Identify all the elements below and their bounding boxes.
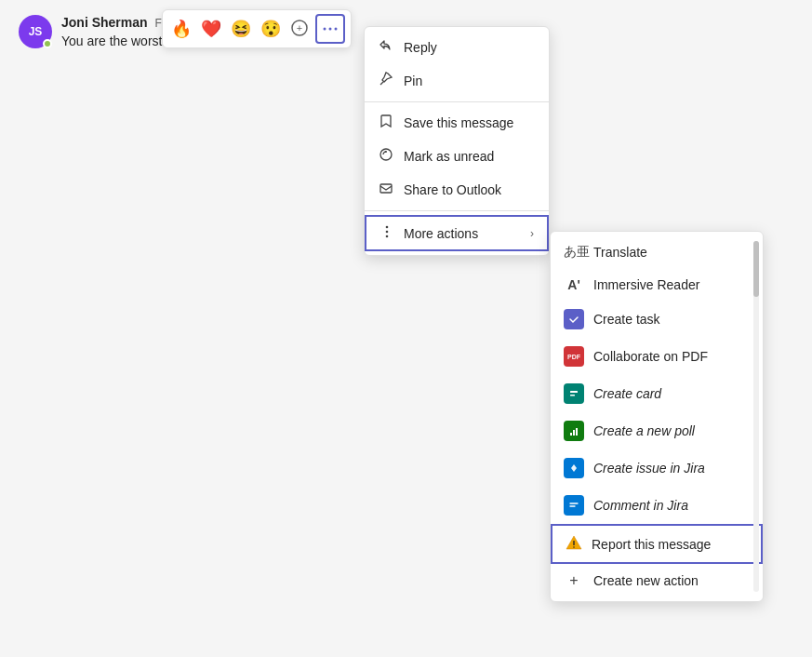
menu-item-outlook[interactable]: Share to Outlook — [365, 173, 549, 207]
more-actions-icon — [379, 224, 394, 242]
menu-divider-1 — [365, 101, 549, 102]
translate-label: Translate — [593, 245, 647, 260]
outlook-icon — [378, 181, 394, 199]
submenu-item-jira-comment[interactable]: Comment in Jira — [551, 487, 763, 524]
submenu-item-poll[interactable]: Create a new poll — [551, 412, 763, 449]
create-task-label: Create task — [593, 312, 660, 327]
menu-item-unread[interactable]: Mark as unread — [365, 140, 549, 173]
more-actions-chevron: › — [530, 227, 534, 240]
translate-icon: あ亜 — [564, 244, 584, 261]
create-task-icon — [564, 309, 584, 329]
svg-rect-24 — [573, 541, 574, 545]
menu-item-reply[interactable]: Reply — [365, 31, 549, 64]
menu-item-more-actions[interactable]: More actions › — [365, 215, 549, 251]
svg-rect-17 — [570, 395, 575, 396]
scrollbar-track — [753, 241, 759, 592]
svg-point-3 — [329, 28, 332, 31]
submenu-item-immersive[interactable]: A' Immersive Reader — [551, 269, 763, 301]
chat-background: JS Joni Sherman Frid You are the worst. … — [0, 0, 812, 657]
svg-rect-19 — [570, 433, 572, 436]
svg-rect-21 — [576, 428, 578, 436]
scrollbar-thumb[interactable] — [753, 241, 759, 297]
svg-point-11 — [386, 235, 389, 238]
reply-label: Reply — [404, 40, 437, 55]
submenu-item-translate[interactable]: あ亜 Translate — [551, 235, 763, 269]
submenu: あ亜 Translate A' Immersive Reader Create … — [550, 231, 764, 602]
pdf-icon: PDF — [564, 346, 584, 367]
jira-comment-label: Comment in Jira — [593, 498, 688, 513]
card-icon — [564, 383, 584, 404]
submenu-item-jira-issue[interactable]: Create issue in Jira — [551, 449, 763, 487]
svg-text:+: + — [297, 22, 302, 34]
reaction-bar: 🔥 ❤️ 😆 😯 + — [162, 9, 352, 48]
reply-icon — [378, 38, 394, 57]
submenu-item-pdf[interactable]: PDF Collaborate on PDF — [551, 338, 763, 375]
svg-rect-23 — [568, 500, 579, 511]
immersive-icon: A' — [564, 277, 584, 292]
svg-point-25 — [573, 546, 575, 548]
context-menu: Reply Pin Save this message — [364, 26, 550, 256]
jira-issue-icon — [564, 458, 584, 478]
card-label: Create card — [593, 386, 661, 401]
plus-icon: + — [564, 572, 584, 589]
svg-rect-8 — [380, 184, 392, 193]
emoji-heart[interactable]: ❤️ — [198, 19, 224, 39]
create-action-label: Create new action — [593, 573, 699, 588]
svg-point-10 — [386, 231, 389, 234]
svg-rect-20 — [573, 430, 575, 436]
emoji-fire[interactable]: 🔥 — [168, 19, 194, 39]
svg-point-2 — [324, 28, 326, 31]
save-icon — [378, 114, 394, 132]
svg-point-9 — [386, 226, 389, 229]
svg-point-7 — [385, 151, 387, 153]
svg-text:PDF: PDF — [567, 354, 580, 360]
pin-label: Pin — [404, 74, 422, 88]
save-label: Save this message — [404, 115, 513, 130]
menu-item-save[interactable]: Save this message — [365, 106, 549, 140]
more-actions-label: More actions — [404, 226, 478, 241]
submenu-item-report[interactable]: Report this message — [551, 524, 763, 564]
report-icon — [566, 534, 582, 554]
poll-icon — [564, 421, 584, 441]
more-options-button[interactable] — [315, 14, 345, 44]
menu-item-pin[interactable]: Pin — [365, 64, 549, 98]
outlook-label: Share to Outlook — [404, 182, 501, 197]
immersive-label: Immersive Reader — [593, 277, 699, 292]
jira-issue-label: Create issue in Jira — [593, 461, 705, 476]
sender-name: Joni Sherman — [61, 15, 148, 30]
avatar: JS — [19, 15, 52, 48]
avatar-status-indicator — [43, 39, 52, 48]
submenu-item-create-action[interactable]: + Create new action — [551, 564, 763, 597]
submenu-item-create-task[interactable]: Create task — [551, 301, 763, 338]
pin-icon — [378, 72, 394, 90]
emoji-laugh[interactable]: 😆 — [228, 19, 254, 39]
svg-line-5 — [380, 82, 383, 85]
svg-point-4 — [335, 28, 338, 31]
unread-label: Mark as unread — [404, 149, 494, 164]
emoji-add[interactable]: + — [287, 17, 312, 42]
report-label: Report this message — [592, 537, 711, 552]
unread-icon — [378, 147, 394, 166]
svg-rect-16 — [570, 391, 578, 393]
submenu-item-card[interactable]: Create card — [551, 375, 763, 412]
poll-label: Create a new poll — [593, 423, 695, 438]
menu-divider-2 — [365, 210, 549, 211]
emoji-surprised[interactable]: 😯 — [258, 19, 284, 39]
svg-rect-15 — [568, 388, 579, 399]
svg-point-6 — [380, 149, 392, 160]
jira-comment-icon — [564, 495, 584, 516]
pdf-label: Collaborate on PDF — [593, 349, 708, 364]
